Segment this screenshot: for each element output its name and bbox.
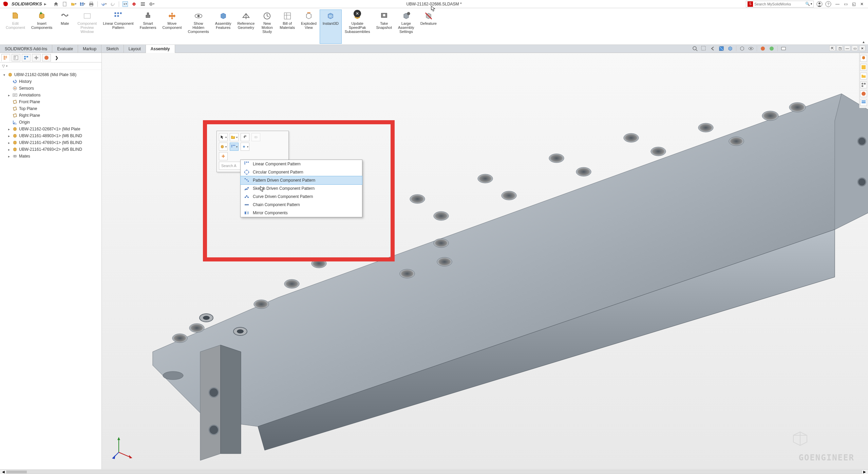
hide-show-icon[interactable]: ▾: [748, 45, 754, 52]
viewport-new-window-icon[interactable]: ◳: [837, 45, 843, 51]
ribbon-show-hidden-components[interactable]: Show Hidden Components: [185, 10, 212, 44]
tree-item-ubw-21161-48903-1---m6-blind[interactable]: ▸UBW-21161-48903<1> (M6 BLIND: [1, 132, 101, 139]
pattern-menu-chain-component-pattern[interactable]: Chain Component Pattern: [241, 201, 362, 209]
tree-root[interactable]: ▾UBW-21162-02686 (Mid Plate SB): [1, 71, 101, 78]
search-icon[interactable]: 🔍: [805, 2, 810, 6]
tree-item-front-plane[interactable]: Front Plane: [1, 98, 101, 105]
tab-assembly[interactable]: Assembly: [146, 45, 175, 53]
select-tool-icon[interactable]: ▾: [219, 133, 228, 141]
ribbon-assembly-features[interactable]: Assembly Features: [212, 10, 234, 44]
open-icon[interactable]: ▾: [71, 1, 76, 7]
section-view-icon[interactable]: [718, 45, 724, 52]
home-icon[interactable]: [53, 1, 59, 7]
property-manager-tab-icon[interactable]: [12, 54, 20, 61]
ribbon-update-speedpak-subassemblies[interactable]: ✕Update SpeedPak Subassemblies: [342, 10, 373, 44]
select-icon[interactable]: ▾: [122, 1, 128, 7]
open-part-icon[interactable]: ▾: [230, 133, 239, 141]
scroll-left-icon[interactable]: ◀: [2, 470, 5, 474]
tab-layout[interactable]: Layout: [124, 45, 146, 53]
options-icon[interactable]: [140, 1, 146, 7]
print-icon[interactable]: [89, 1, 94, 7]
solidworks-resources-icon[interactable]: [860, 55, 867, 62]
pattern-menu-curve-driven-component-pattern[interactable]: Curve Driven Component Pattern: [241, 193, 362, 201]
view-orientation-icon[interactable]: ▾: [727, 45, 733, 52]
tree-item-ubw-21162-02687-1---mid-plate[interactable]: ▸UBW-21162-02687<1> (Mid Plate: [1, 126, 101, 132]
search-box[interactable]: S 🔍 ▾: [746, 1, 814, 7]
tab-sketch[interactable]: Sketch: [101, 45, 124, 53]
horizontal-scrollbar[interactable]: [6, 470, 862, 474]
scroll-right-icon[interactable]: ▶: [863, 470, 866, 474]
menu-dropdown-arrow-icon[interactable]: ▶: [44, 2, 46, 6]
tabs-overflow-icon[interactable]: ❯: [52, 54, 61, 61]
ribbon-defeature[interactable]: Defeature: [417, 10, 440, 44]
zoom-fit-icon[interactable]: [692, 45, 698, 52]
file-explorer-icon[interactable]: [860, 73, 867, 79]
search-input[interactable]: [754, 2, 805, 6]
ribbon-billof-materials[interactable]: Bill of Materials: [277, 10, 298, 44]
viewport-link-icon[interactable]: ⇱: [829, 45, 835, 51]
restore-button[interactable]: ▭: [842, 1, 849, 7]
pattern-menu-circular-component-pattern[interactable]: Circular Component Pattern: [241, 168, 362, 176]
ribbon-linearcomponent-pattern[interactable]: Linear Component Pattern: [100, 10, 137, 44]
zoom-area-icon[interactable]: [701, 45, 707, 52]
insert-component-icon[interactable]: ▾: [219, 143, 228, 151]
ribbon-new-motion-study[interactable]: New Motion Study: [258, 10, 277, 44]
appearances-icon[interactable]: [860, 90, 867, 97]
redo-icon[interactable]: [110, 1, 115, 7]
tree-item-history[interactable]: History: [1, 78, 101, 85]
custom-properties-icon[interactable]: [860, 99, 867, 106]
ribbon-insert-components[interactable]: Insert Components: [28, 10, 55, 44]
save-icon[interactable]: ▾: [80, 1, 85, 7]
tree-item-annotations[interactable]: ▸Annotations: [1, 92, 101, 98]
tab-markup[interactable]: Markup: [78, 45, 101, 53]
tab-evaluate[interactable]: Evaluate: [52, 45, 78, 53]
design-library-icon[interactable]: [860, 64, 867, 71]
pattern-menu-sketch-driven-component-pattern[interactable]: Sketch Driven Component Pattern: [241, 184, 362, 193]
ribbon-instant3d[interactable]: 3DInstant3D: [320, 10, 342, 44]
view-mates-icon[interactable]: [251, 133, 260, 141]
settings-gear-icon[interactable]: ▾: [149, 1, 154, 7]
view-settings-icon[interactable]: ▾: [780, 45, 787, 52]
pattern-menu-pattern-driven-component-pattern[interactable]: Pattern Driven Component Pattern: [240, 176, 362, 185]
display-style-icon[interactable]: ▾: [739, 45, 745, 52]
ribbon-large-assembly-settings[interactable]: Large Assembly Settings: [395, 10, 417, 44]
move-component-icon[interactable]: [219, 152, 228, 160]
undo-icon[interactable]: ▾: [101, 1, 107, 7]
cancel-badge-icon[interactable]: ✕: [354, 10, 361, 17]
dimxpert-tab-icon[interactable]: [32, 54, 41, 61]
tree-item-ubw-21161-47693-2---m5-blind[interactable]: ▸UBW-21161-47693<2> (M5 BLIND: [1, 146, 101, 153]
previous-view-icon[interactable]: [710, 45, 716, 52]
tab-solidworks-add-ins[interactable]: SOLIDWORKS Add-Ins: [0, 45, 52, 53]
tree-item-mates[interactable]: ▸Mates: [1, 153, 101, 160]
viewport-close-icon[interactable]: ✕: [859, 45, 865, 51]
orientation-triad-icon[interactable]: [112, 432, 139, 459]
configuration-manager-tab-icon[interactable]: [22, 54, 31, 61]
display-manager-tab-icon[interactable]: [42, 54, 51, 61]
maximize-button[interactable]: ◱: [850, 1, 857, 7]
mate-icon[interactable]: ▾: [241, 143, 249, 151]
ribbon-move-component[interactable]: Move Component: [159, 10, 185, 44]
collapse-ribbon-icon[interactable]: ▲: [862, 40, 865, 44]
ribbon-reference-geometry[interactable]: Reference Geometry: [234, 10, 258, 44]
rebuild-icon[interactable]: [131, 1, 137, 7]
feature-manager-filter[interactable]: ▽ ▾: [0, 62, 101, 70]
viewport-minimize-icon[interactable]: —: [844, 45, 850, 51]
user-icon[interactable]: [816, 1, 823, 7]
view-palette-icon[interactable]: [860, 81, 867, 88]
tree-item-sensors[interactable]: Sensors: [1, 85, 101, 92]
search-dropdown-icon[interactable]: ▾: [811, 2, 812, 5]
tree-item-origin[interactable]: Origin: [1, 119, 101, 126]
apply-scene-icon[interactable]: ▾: [769, 45, 775, 52]
ribbon-take-snapshot[interactable]: Take Snapshot: [373, 10, 395, 44]
new-icon[interactable]: [62, 1, 68, 7]
pattern-menu-mirror-components[interactable]: Mirror Components: [241, 209, 362, 217]
close-button[interactable]: ✕: [858, 1, 865, 7]
ribbon-exploded-view[interactable]: Exploded View: [298, 10, 320, 44]
ribbon-smart-fasteners[interactable]: Smart Fasteners: [137, 10, 159, 44]
help-icon[interactable]: ?: [825, 1, 831, 7]
tree-item-ubw-21161-47693-1---m5-blind[interactable]: ▸UBW-21161-47693<1> (M5 BLIND: [1, 139, 101, 146]
minimize-button[interactable]: —: [834, 1, 841, 7]
pattern-menu-linear-component-pattern[interactable]: Linear Component Pattern: [241, 160, 362, 168]
edit-appearance-icon[interactable]: ▾: [760, 45, 766, 52]
tree-item-top-plane[interactable]: Top Plane: [1, 105, 101, 112]
